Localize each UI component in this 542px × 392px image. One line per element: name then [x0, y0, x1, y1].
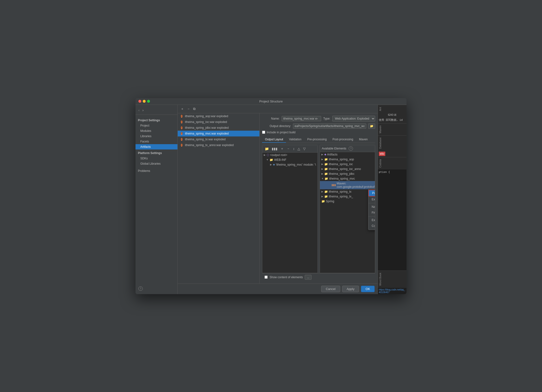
folder-icon: 📁 — [324, 195, 328, 198]
include-in-build-row: Include in project build — [262, 131, 375, 134]
context-menu: Put into /WEB-INF/lib Extract Into /WEB-… — [368, 189, 375, 230]
sidebar-item-problems[interactable]: Problems — [136, 168, 177, 174]
tree-toolbar: 📁 ▮▮▮ ＋ － ↕ △ ▽ — [262, 145, 318, 153]
tree-sort-btn[interactable]: ↕ — [292, 146, 296, 151]
name-input[interactable] — [282, 116, 321, 121]
maven-side-tab[interactable]: Maven — [378, 123, 406, 135]
name-row: Name: Type: Web Application: Exploded — [262, 116, 375, 122]
ok-button[interactable]: OK — [361, 286, 375, 292]
artifact-item-ioc[interactable]: 🏺 itheima_spring_ioc:war exploded — [178, 119, 259, 125]
name-label: Name: — [262, 117, 280, 120]
war-selected-icon: 🏺 — [180, 132, 183, 135]
context-menu-expand-all[interactable]: Expand All ⌘+ — [368, 217, 375, 223]
remove-artifact-button[interactable]: － — [186, 106, 191, 112]
apply-button[interactable]: Apply — [342, 286, 359, 292]
tree-bar-btn[interactable]: ▮▮▮ — [271, 146, 278, 151]
available-help-icon[interactable]: ? — [349, 146, 353, 151]
context-menu-navigate[interactable]: Navigate ⌘↓ — [368, 204, 375, 210]
context-menu-separator-2 — [368, 216, 375, 216]
avail-tx-anno[interactable]: ▶ 📁 itheima_spring_tx_ — [320, 194, 375, 199]
cancel-button[interactable]: Cancel — [321, 286, 340, 292]
avail-maven-protobuf[interactable]: ▮▮▮ Maven: com.google.protobuf:protobuf- — [320, 181, 375, 189]
tree-web-inf-item[interactable]: ▼ 📁 WEB-INF — [262, 157, 318, 162]
database-side-tab[interactable]: Database — [378, 135, 406, 151]
ellipsis-button[interactable]: ... — [305, 275, 312, 280]
avail-tx[interactable]: ▶ 📁 itheima_spring_tx — [320, 189, 375, 194]
tab-output-layout[interactable]: Output Layout — [262, 136, 286, 143]
right-panel: ＋ － ⧉ 🏺 itheima_spring_aop:war exploded … — [178, 105, 378, 294]
show-content-label: Show content of elements — [270, 276, 303, 279]
artifact-item-jdbc[interactable]: 🏺 itheima_spring_jdbc:war exploded — [178, 125, 259, 131]
bottom-row: Show content of elements ... — [262, 273, 375, 281]
add-artifact-button[interactable]: ＋ — [180, 106, 185, 112]
tab-maven[interactable]: Maven — [356, 136, 371, 143]
sidebar-item-modules[interactable]: Modules — [136, 128, 177, 134]
output-dir-label: Output directory: — [262, 124, 291, 128]
avail-artifacts-root[interactable]: ▶ ◆ Artifacts — [320, 152, 375, 157]
avail-ioc-anno[interactable]: ▶ 📁 itheima_spring_ioc_anno — [320, 167, 375, 171]
minimize-button[interactable] — [143, 100, 146, 103]
avail-ioc[interactable]: ▶ 📁 itheima_spring_ioc — [320, 162, 375, 167]
sidebar-item-sdks[interactable]: SDKs — [136, 156, 177, 161]
sidebar-item-libraries[interactable]: Libraries — [136, 134, 177, 139]
type-select[interactable]: Web Application: Exploded — [332, 116, 375, 122]
war-icon: 🏺 — [180, 138, 183, 141]
artifact-item-tx[interactable]: 🏺 itheima_spring_tx:war exploded — [178, 136, 259, 142]
project-settings-title: Project Settings — [136, 118, 177, 123]
tab-post-processing[interactable]: Post-processing — [330, 136, 356, 143]
editor-preview: ption { — [378, 169, 406, 270]
sidebar: ‹ › Project Settings Project Modules Lib… — [136, 105, 178, 294]
platform-settings-title: Platform Settings — [136, 149, 177, 156]
tree-root-item[interactable]: ▶ ⬡ <output root> — [262, 153, 318, 157]
tree-down-btn[interactable]: ▽ — [302, 146, 307, 151]
sidebar-item-global-libraries[interactable]: Global Libraries — [136, 161, 177, 166]
codota-side-tab[interactable]: Codota — [378, 157, 406, 169]
context-menu-collapse-all[interactable]: Collapse All ⌘- — [368, 223, 375, 229]
context-menu-find-usages[interactable]: Find Usages ⌥F7 — [368, 210, 375, 216]
sidebar-item-artifacts[interactable]: Artifacts — [136, 144, 177, 149]
chinese-text: 使用 回写数据, id — [378, 117, 406, 123]
output-dir-input[interactable] — [293, 123, 366, 129]
chevron-icon: ▶ — [321, 195, 323, 198]
context-menu-put-into-lib[interactable]: Put into /WEB-INF/lib — [368, 190, 375, 196]
maximize-button[interactable] — [147, 100, 150, 103]
war-icon: 🏺 — [180, 143, 183, 147]
word-book-side-tab[interactable]: Word Book — [378, 270, 406, 288]
close-button[interactable] — [138, 100, 141, 103]
available-elements-panel: Available Elements ? ▶ ◆ Artifacts ▶ 📁 — [320, 145, 375, 273]
context-menu-extract-into-classes[interactable]: Extract Into /WEB-INF/classes — [368, 196, 375, 202]
tree-add-btn[interactable]: ＋ — [279, 146, 285, 151]
sidebar-item-facets[interactable]: Facets — [136, 139, 177, 144]
avail-mvc[interactable]: ▼ 📁 itheima_spring_mvc — [320, 176, 375, 181]
tree-up-btn[interactable]: △ — [297, 146, 301, 151]
context-menu-separator-1 — [368, 203, 375, 203]
back-arrow[interactable]: ‹ — [137, 108, 141, 113]
include-in-build-checkbox[interactable] — [262, 131, 265, 134]
artifact-item-aop[interactable]: 🏺 itheima_spring_aop:war exploded — [178, 113, 259, 119]
show-content-checkbox[interactable] — [264, 276, 268, 279]
help-icon[interactable]: ? — [138, 286, 143, 291]
avail-jdbc[interactable]: ▶ 📁 itheima_spring_jdbc — [320, 171, 375, 176]
folder-icon: 📁 — [324, 162, 328, 166]
war-icon: 🏺 — [180, 115, 183, 118]
tree-module-item[interactable]: ▶ ◈ 'itheima_spring_mvc' module: '\ — [262, 162, 318, 167]
maven-icon: ▮▮▮ — [332, 183, 336, 187]
dir-browse-button[interactable]: 📁 — [368, 123, 375, 129]
tree-remove-btn[interactable]: － — [286, 146, 291, 151]
tab-pre-processing[interactable]: Pre-processing — [304, 136, 330, 143]
artifact-item-mvc[interactable]: 🏺 itheima_spring_mvc:war exploded — [178, 131, 259, 136]
url-bar: https://blog.csdn.net/qq_40106467 — [378, 288, 406, 294]
chevron-icon: ▶ — [270, 163, 272, 166]
ant-tab[interactable]: Ant — [378, 105, 406, 113]
available-elements-header: Available Elements ? — [320, 145, 375, 152]
root-icon: ⬡ — [267, 153, 269, 157]
tab-validation[interactable]: Validation — [286, 136, 304, 143]
folder-icon: 📁 — [324, 190, 328, 193]
sidebar-item-project[interactable]: Project — [136, 123, 177, 128]
artifact-item-tx-anno[interactable]: 🏺 itheima_spring_tx_anno:war exploded — [178, 142, 259, 148]
copy-artifact-button[interactable]: ⧉ — [192, 106, 196, 111]
avail-aop[interactable]: ▶ 📁 itheima_spring_aop — [320, 157, 375, 162]
tree-folder-btn[interactable]: 📁 — [264, 146, 270, 151]
forward-arrow[interactable]: › — [142, 108, 145, 113]
avail-spring[interactable]: 📁 Spring — [320, 199, 375, 204]
